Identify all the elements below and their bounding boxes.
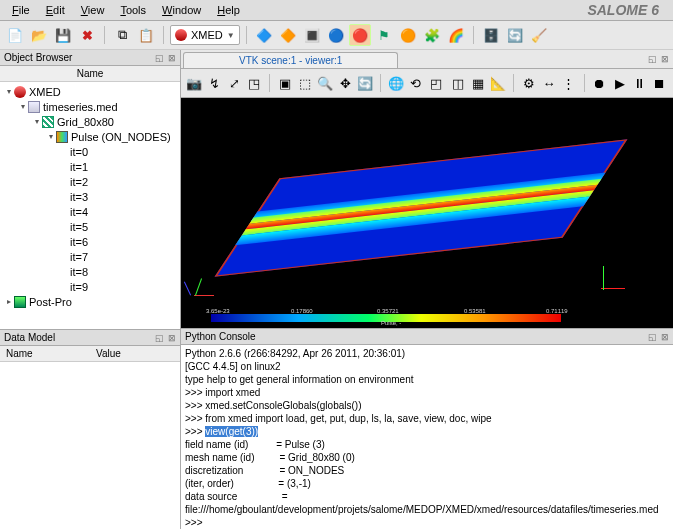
copy-icon[interactable]: ⧉ [111,24,133,46]
panel-undock-icon[interactable]: ◱ [155,333,164,343]
stop-rec-icon[interactable]: ⏹ [651,72,669,94]
right-column: VTK scene:1 - viewer:1 ◱⊠ 📷 ↯ ⤢ ◳ ▣ ⬚ 🔍 … [181,50,673,529]
tree-step-0[interactable]: it=0 [0,144,180,159]
db-icon[interactable]: 🗄️ [480,24,502,46]
fit-area-icon[interactable]: ⬚ [296,72,314,94]
new-doc-icon[interactable]: 📄 [4,24,26,46]
panel-undock-icon[interactable]: ◱ [155,53,164,63]
field-icon [56,131,68,143]
module-selector[interactable]: XMED ▼ [170,25,240,45]
open-icon[interactable]: 📂 [28,24,50,46]
grid-icon [42,116,54,128]
python-console-panel: Python Console ◱⊠ Python 2.6.6 (r266:842… [181,328,673,529]
python-console-body[interactable]: Python 2.6.6 (r266:84292, Apr 26 2011, 2… [181,345,673,529]
menu-tools[interactable]: Tools [112,2,154,18]
tree-step-4[interactable]: it=4 [0,204,180,219]
redcircle-icon [14,86,26,98]
mod-py-icon[interactable]: 🟠 [397,24,419,46]
fit-all-icon[interactable]: ▣ [276,72,294,94]
play-icon[interactable]: ▶ [611,72,629,94]
interact-style-icon[interactable]: ↯ [205,72,223,94]
main-area: Object Browser ◱⊠ Name ▾XMED▾timeseries.… [0,50,673,529]
object-browser-panel: Object Browser ◱⊠ Name ▾XMED▾timeseries.… [0,50,180,330]
params-icon[interactable]: ⋮ [560,72,578,94]
tab-undock-icon[interactable]: ◱ [648,54,657,66]
tree-field[interactable]: ▾Pulse (ON_NODES) [0,129,180,144]
tree-step-7[interactable]: it=7 [0,249,180,264]
clear-icon[interactable]: 🧹 [528,24,550,46]
tree-step-6[interactable]: it=6 [0,234,180,249]
mod-shaper-icon[interactable]: 🔷 [253,24,275,46]
menu-file[interactable]: File [4,2,38,18]
left-column: Object Browser ◱⊠ Name ▾XMED▾timeseries.… [0,50,181,529]
tab-close-icon[interactable]: ⊠ [661,54,669,66]
close-icon[interactable]: ✖ [76,24,98,46]
menu-help[interactable]: Help [209,2,248,18]
vtk-viewport[interactable]: 3.65e-23 0.17860 Pulse, - 0.35721 0.5358… [181,98,673,328]
graduated-axes-icon[interactable]: 📐 [489,72,507,94]
global-pan-icon[interactable]: 🌐 [387,72,405,94]
menubar: File Edit View Tools Window Help SALOME … [0,0,673,21]
tree-step-8[interactable]: it=8 [0,264,180,279]
doc-icon [28,101,40,113]
mod-xmed-icon[interactable]: 🔴 [349,24,371,46]
chevron-down-icon: ▼ [227,31,235,40]
tree-postpro[interactable]: ▸Post-Pro [0,294,180,309]
panel-close-icon[interactable]: ⊠ [168,333,176,343]
pan-icon[interactable]: ✥ [336,72,354,94]
trihedron-icon[interactable]: ◳ [245,72,263,94]
object-browser-tree[interactable]: ▾XMED▾timeseries.med▾Grid_80x80▾Pulse (O… [0,82,180,329]
tree-root-xmed[interactable]: ▾XMED [0,84,180,99]
menu-window[interactable]: Window [154,2,209,18]
view-1-icon[interactable]: ▦ [469,72,487,94]
vtk-tabbar: VTK scene:1 - viewer:1 ◱⊠ [181,50,673,69]
rotate-icon[interactable]: 🔄 [356,72,374,94]
data-model-title: Data Model ◱⊠ [0,330,180,346]
view-ortho-icon[interactable]: ◫ [449,72,467,94]
object-browser-title: Object Browser ◱⊠ [0,50,180,66]
menu-view[interactable]: View [73,2,113,18]
scaling-icon[interactable]: ↔ [540,72,558,94]
paste-icon[interactable]: 📋 [135,24,157,46]
origin-trihedron-icon [188,273,218,303]
zoom-style-icon[interactable]: ⤢ [225,72,243,94]
pause-icon[interactable]: ⏸ [631,72,649,94]
tree-step-5[interactable]: it=5 [0,219,180,234]
vtk-toolbar: 📷 ↯ ⤢ ◳ ▣ ⬚ 🔍 ✥ 🔄 🌐 ⟲ ◰ ◫ ▦ 📐 ⚙ ↔ ⋮ ⏺ ▶ [181,69,673,98]
tree-step-2[interactable]: it=2 [0,174,180,189]
refresh-icon[interactable]: 🔄 [504,24,526,46]
data-model-panel: Data Model ◱⊠ NameValue [0,330,180,529]
update-rate-icon[interactable]: ⚙ [520,72,538,94]
tree-mesh[interactable]: ▾Grid_80x80 [0,114,180,129]
panel-undock-icon[interactable]: ◱ [648,332,657,342]
save-icon[interactable]: 💾 [52,24,74,46]
module-label: XMED [191,29,223,41]
object-browser-header: Name [0,66,180,82]
vtk-tab-active[interactable]: VTK scene:1 - viewer:1 [183,52,398,68]
tree-step-3[interactable]: it=3 [0,189,180,204]
module-icon [175,29,187,41]
panel-close-icon[interactable]: ⊠ [661,332,669,342]
menu-edit[interactable]: Edit [38,2,73,18]
data-model-header: NameValue [0,346,180,362]
zoom-icon[interactable]: 🔍 [316,72,334,94]
dump-view-icon[interactable]: 📷 [185,72,203,94]
tree-file[interactable]: ▾timeseries.med [0,99,180,114]
mod-paravis-icon[interactable]: 🔵 [325,24,347,46]
view-front-icon[interactable]: ◰ [427,72,445,94]
tree-step-9[interactable]: it=9 [0,279,180,294]
mod-mesh-icon[interactable]: 🔳 [301,24,323,46]
panel-close-icon[interactable]: ⊠ [168,53,176,63]
python-console-title: Python Console ◱⊠ [181,329,673,345]
main-toolbar: 📄 📂 💾 ✖ ⧉ 📋 XMED ▼ 🔷 🔶 🔳 🔵 🔴 ⚑ 🟠 🧩 🌈 🗄️ … [0,21,673,50]
mod-flag-icon[interactable]: ⚑ [373,24,395,46]
reset-icon[interactable]: ⟲ [407,72,425,94]
app-logo: SALOME 6 [587,2,669,18]
center-axes-icon [601,268,631,298]
data-model-body [0,362,180,529]
tree-step-1[interactable]: it=1 [0,159,180,174]
mod-geom-icon[interactable]: 🔶 [277,24,299,46]
mod-yacs-icon[interactable]: 🧩 [421,24,443,46]
mod-rainbow-icon[interactable]: 🌈 [445,24,467,46]
record-icon[interactable]: ⏺ [591,72,609,94]
